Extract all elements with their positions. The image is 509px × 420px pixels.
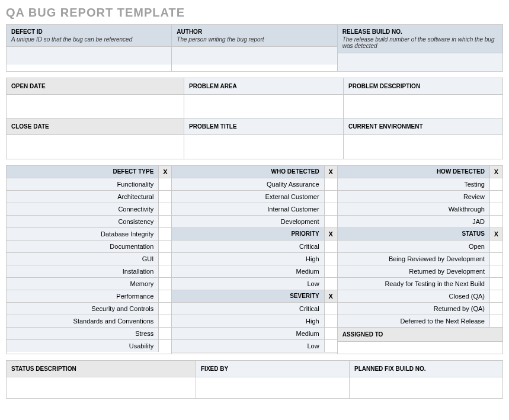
col3-g1-5-checkbox[interactable] bbox=[489, 303, 502, 315]
problem-area-input[interactable] bbox=[184, 95, 344, 118]
release-build-label: RELEASE BUILD NO. bbox=[342, 28, 498, 35]
problem-title-label: PROBLEM TITLE bbox=[184, 118, 344, 135]
col2-spacer bbox=[172, 352, 337, 354]
col2-g2-0-label: Critical bbox=[172, 303, 324, 315]
defect-type-5-checkbox[interactable] bbox=[158, 241, 171, 252]
col2-g2-1-label: High bbox=[172, 315, 324, 327]
defect-type-5-label: Documentation bbox=[7, 241, 158, 252]
col2-g2-2-label: Medium bbox=[172, 328, 324, 339]
col2-g0-2-checkbox[interactable] bbox=[324, 203, 337, 215]
assigned-to-input[interactable] bbox=[338, 342, 502, 354]
problem-description-label: PROBLEM DESCRIPTION bbox=[344, 78, 502, 95]
col2-g0-2-label: Internal Customer bbox=[172, 203, 324, 215]
defect-type-10-checkbox[interactable] bbox=[158, 303, 171, 315]
col2-g1-3-checkbox[interactable] bbox=[324, 278, 337, 290]
col3-g1-5-label: Returned by (QA) bbox=[338, 303, 489, 315]
col2-g2-0-checkbox[interactable] bbox=[324, 303, 337, 315]
col2-g0-0-checkbox[interactable] bbox=[324, 178, 337, 190]
col3-g1-2-label: Returned by Development bbox=[338, 265, 489, 277]
col2-g1-1-checkbox[interactable] bbox=[324, 253, 337, 265]
col3-g0-3-checkbox[interactable] bbox=[489, 216, 502, 227]
col2-g2-2-checkbox[interactable] bbox=[324, 328, 337, 339]
col2-g0-x-header: X bbox=[324, 166, 337, 178]
defect-id-input[interactable] bbox=[7, 47, 171, 65]
col2-g1-header: PRIORITY bbox=[172, 228, 324, 240]
col3-g1-1-checkbox[interactable] bbox=[489, 253, 502, 265]
col3-g1-1-label: Being Reviewed by Development bbox=[338, 253, 489, 265]
top-section: DEFECT ID A unique ID so that the bug ca… bbox=[6, 24, 503, 72]
col2-g2-1-checkbox[interactable] bbox=[324, 315, 337, 327]
col2-g0-1-checkbox[interactable] bbox=[324, 191, 337, 203]
col3-g0-1-checkbox[interactable] bbox=[489, 191, 502, 203]
defect-type-2-checkbox[interactable] bbox=[158, 203, 171, 215]
col2-g0-3-label: Development bbox=[172, 216, 324, 227]
close-date-input[interactable] bbox=[7, 135, 184, 159]
release-build-input[interactable] bbox=[338, 53, 502, 71]
col3-g0-0-checkbox[interactable] bbox=[489, 178, 502, 190]
defect-type-11-checkbox[interactable] bbox=[158, 315, 171, 327]
defect-type-header: DEFECT TYPE bbox=[7, 166, 158, 178]
defect-type-10-label: Security and Controls bbox=[7, 303, 158, 315]
status-description-input[interactable] bbox=[7, 377, 196, 398]
problem-description-input[interactable] bbox=[344, 95, 502, 118]
planned-fix-build-input[interactable] bbox=[350, 377, 502, 398]
col3-g0-2-checkbox[interactable] bbox=[489, 203, 502, 215]
col3-g1-3-checkbox[interactable] bbox=[489, 278, 502, 290]
defect-type-7-checkbox[interactable] bbox=[158, 265, 171, 277]
release-build-header: RELEASE BUILD NO. The release build numb… bbox=[338, 25, 502, 53]
fixed-by-label: FIXED BY bbox=[196, 361, 349, 377]
col3-g0-3-label: JAD bbox=[338, 216, 489, 227]
defect-type-9-label: Performance bbox=[7, 290, 158, 302]
author-input[interactable] bbox=[172, 47, 337, 65]
defect-type-3-checkbox[interactable] bbox=[158, 216, 171, 227]
defect-id-label: DEFECT ID bbox=[11, 28, 167, 35]
defect-type-column: DEFECT TYPEXFunctionalityArchitecturalCo… bbox=[7, 166, 171, 354]
open-date-input[interactable] bbox=[7, 95, 184, 118]
col3-g0-header: HOW DETECTED bbox=[338, 166, 489, 178]
problem-area-label: PROBLEM AREA bbox=[184, 78, 344, 95]
defect-type-8-checkbox[interactable] bbox=[158, 278, 171, 290]
col3-g1-2-checkbox[interactable] bbox=[489, 265, 502, 277]
current-environment-label: CURRENT ENVIRONMENT bbox=[344, 118, 502, 135]
defect-type-7-label: Installation bbox=[7, 265, 158, 277]
col3-g1-x-header: X bbox=[489, 228, 502, 240]
defect-type-1-label: Architectural bbox=[7, 191, 158, 203]
defect-type-0-checkbox[interactable] bbox=[158, 178, 171, 190]
author-label: AUTHOR bbox=[177, 28, 332, 35]
planned-fix-build-label: PLANNED FIX BUILD NO. bbox=[350, 361, 502, 377]
defect-type-13-checkbox[interactable] bbox=[158, 340, 171, 352]
col3-g1-6-checkbox[interactable] bbox=[489, 315, 502, 327]
col2-g0-header: WHO DETECTED bbox=[172, 166, 324, 178]
col3-g1-3-label: Ready for Testing in the Next Build bbox=[338, 278, 489, 290]
defect-type-6-checkbox[interactable] bbox=[158, 253, 171, 265]
col3-g1-0-checkbox[interactable] bbox=[489, 241, 502, 252]
defect-type-1-checkbox[interactable] bbox=[158, 191, 171, 203]
defect-type-4-checkbox[interactable] bbox=[158, 228, 171, 240]
author-header: AUTHOR The person writing the bug report bbox=[172, 25, 337, 47]
defect-type-2-label: Connectivity bbox=[7, 203, 158, 215]
defect-type-x-header: X bbox=[158, 166, 171, 178]
col2-g0-3-checkbox[interactable] bbox=[324, 216, 337, 227]
current-environment-input[interactable] bbox=[344, 135, 502, 159]
col2-g1-0-checkbox[interactable] bbox=[324, 241, 337, 252]
defect-id-header: DEFECT ID A unique ID so that the bug ca… bbox=[7, 25, 171, 47]
col2-g1-2-checkbox[interactable] bbox=[324, 265, 337, 277]
col3-g0-1-label: Review bbox=[338, 191, 489, 203]
bottom-section: STATUS DESCRIPTION FIXED BY PLANNED FIX … bbox=[6, 360, 503, 399]
category-section: DEFECT TYPEXFunctionalityArchitecturalCo… bbox=[6, 165, 503, 354]
col3-g1-4-checkbox[interactable] bbox=[489, 290, 502, 302]
defect-type-9-checkbox[interactable] bbox=[158, 290, 171, 302]
problem-title-input[interactable] bbox=[184, 135, 344, 159]
col3-g0-2-label: Walkthrough bbox=[338, 203, 489, 215]
col2-g2-3-checkbox[interactable] bbox=[324, 340, 337, 352]
col2-g1-3-label: Low bbox=[172, 278, 324, 290]
col2-g0-0-label: Quality Assurance bbox=[172, 178, 324, 190]
col2-g1-0-label: Critical bbox=[172, 241, 324, 252]
page-title: QA BUG REPORT TEMPLATE bbox=[6, 6, 503, 20]
defect-type-4-label: Database Integrity bbox=[7, 228, 158, 240]
defect-type-12-checkbox[interactable] bbox=[158, 328, 171, 339]
col3-g0-0-label: Testing bbox=[338, 178, 489, 190]
fixed-by-input[interactable] bbox=[196, 377, 349, 398]
col2-g2-header: SEVERITY bbox=[172, 290, 324, 302]
defect-id-desc: A unique ID so that the bug can be refer… bbox=[11, 36, 167, 43]
